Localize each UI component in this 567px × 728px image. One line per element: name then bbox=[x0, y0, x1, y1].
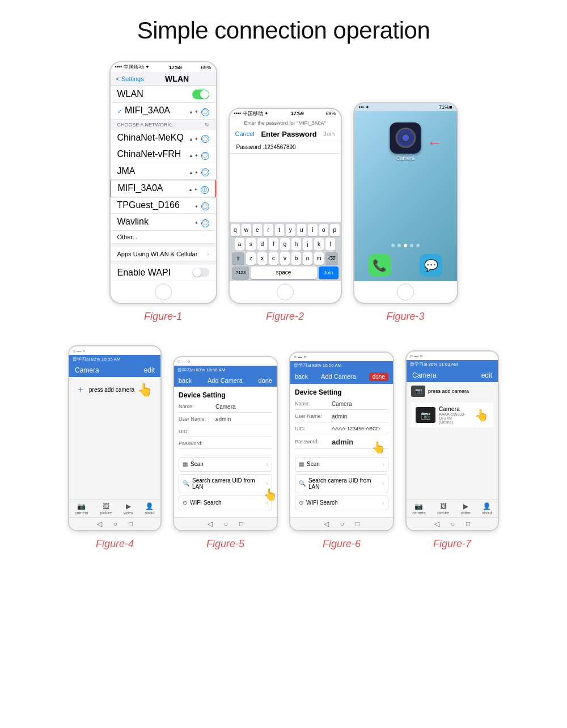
key-v[interactable]: v bbox=[280, 252, 290, 265]
fig5-back-btn[interactable]: back bbox=[179, 377, 192, 384]
fig3-dock: 📞 💬 bbox=[354, 254, 457, 277]
fig7-tab-video[interactable]: ▶ video bbox=[461, 502, 471, 515]
fig1-network-2[interactable]: JMA ▲ ✦ ⓘ bbox=[111, 163, 216, 180]
fig5-search-option[interactable]: 🔍 Search camera UID from LAN › 👆 bbox=[179, 474, 272, 493]
fig1-home-button[interactable] bbox=[155, 283, 172, 300]
fig4-tab-video[interactable]: ▶ video bbox=[124, 502, 133, 515]
fig4-tab-camera[interactable]: 📷 camera bbox=[75, 502, 88, 515]
fig4-back-btn[interactable]: ◁ bbox=[97, 520, 102, 528]
key-q[interactable]: q bbox=[231, 224, 240, 236]
fig7-camera-item[interactable]: 📷 Camera AAAA-199333-DF27M (Online) 👆 bbox=[411, 403, 493, 428]
fig4-add-icon[interactable]: ＋ bbox=[75, 384, 86, 396]
fig3-home-button[interactable] bbox=[397, 283, 414, 300]
key-l[interactable]: l bbox=[325, 238, 335, 251]
key-h[interactable]: h bbox=[291, 238, 301, 251]
fig6-square-nav-btn[interactable]: □ bbox=[356, 520, 359, 528]
fig1-apps-row[interactable]: Apps Using WLAN & Cellular › bbox=[111, 247, 216, 261]
key-d[interactable]: d bbox=[257, 238, 267, 251]
fig7-tab-picture[interactable]: 🖼 picture bbox=[437, 502, 449, 515]
fig3-label: Figure-3 bbox=[386, 311, 424, 323]
fig1-enable-wapi[interactable]: Enable WAPI bbox=[111, 265, 216, 281]
figure-2-phone: •••• 中国移动 ✦ 17:59 69% Enter the password… bbox=[229, 108, 342, 304]
fig4-home-btn[interactable]: ○ bbox=[113, 520, 117, 528]
key-e[interactable]: e bbox=[253, 224, 263, 236]
key-i[interactable]: i bbox=[308, 224, 318, 236]
fig7-edit-btn[interactable]: edit bbox=[481, 371, 492, 379]
fig7-tab-camera[interactable]: 📷 camera bbox=[412, 502, 425, 515]
fig6-scan-option[interactable]: ▦ Scan › bbox=[295, 457, 388, 472]
fig2-join-btn[interactable]: Join bbox=[323, 130, 335, 137]
fig5-wifi-option[interactable]: ⊙ WIFI Search › bbox=[179, 496, 272, 510]
fig7-square-nav-btn[interactable]: □ bbox=[466, 520, 470, 528]
key-p[interactable]: p bbox=[330, 224, 340, 236]
key-m[interactable]: m bbox=[314, 252, 324, 265]
fig3-phone-icon[interactable]: 📞 bbox=[369, 254, 391, 277]
fig7-status-bar: 曾学习al 86% 11:03 AM bbox=[407, 360, 498, 369]
fig1-network-0[interactable]: ChinaNet-MeKQ ▲ ✦ ⓘ bbox=[111, 130, 216, 147]
fig5-square-nav-btn[interactable]: □ bbox=[239, 520, 243, 528]
fig5-home-nav-btn[interactable]: ○ bbox=[224, 520, 228, 528]
fig1-back-btn[interactable]: < Settings bbox=[116, 75, 144, 82]
key-t[interactable]: t bbox=[275, 224, 285, 236]
key-x[interactable]: x bbox=[257, 252, 267, 265]
fig1-mifi-connected[interactable]: ✓ MIFI_3A0A ▲ ✦ ⓘ bbox=[111, 103, 216, 120]
key-delete[interactable]: ⌫ bbox=[325, 252, 338, 265]
fig6-home-nav-btn[interactable]: ○ bbox=[340, 520, 344, 528]
key-w[interactable]: w bbox=[242, 224, 251, 236]
fig5-back-nav-btn[interactable]: ◁ bbox=[208, 520, 213, 528]
fig6-search-option[interactable]: 🔍 Search camera UID from LAN › bbox=[295, 474, 388, 493]
fig6-done-btn[interactable]: done bbox=[369, 373, 388, 381]
fig4-edit-btn[interactable]: edit bbox=[144, 366, 155, 374]
fig1-network-1[interactable]: ChinaNet-vFRH ▲ ✦ ⓘ bbox=[111, 146, 216, 163]
fig4-tab-about[interactable]: 👤 about bbox=[145, 502, 155, 515]
fig4-tab-picture[interactable]: 🖼 picture bbox=[100, 502, 112, 515]
fig3-messages-icon[interactable]: 💬 bbox=[420, 254, 442, 277]
kb-row-3: ⇧ z x c v b n m ⌫ bbox=[231, 252, 340, 265]
key-g[interactable]: g bbox=[280, 238, 290, 251]
key-join[interactable]: Join bbox=[319, 266, 338, 279]
key-f[interactable]: f bbox=[269, 238, 278, 251]
fig2-time: 17:59 bbox=[291, 111, 304, 116]
key-space[interactable]: space bbox=[251, 266, 317, 279]
fig1-wlan-toggle[interactable] bbox=[192, 90, 209, 99]
key-b[interactable]: b bbox=[291, 252, 301, 265]
key-u[interactable]: u bbox=[297, 224, 307, 236]
fig2-enter-password-title: Enter Password bbox=[261, 130, 316, 138]
fig5-scan-option[interactable]: ▦ Scan › bbox=[179, 457, 272, 472]
fig1-network-4[interactable]: Wavlink ✦ ⓘ bbox=[111, 214, 216, 231]
fig6-back-btn[interactable]: back bbox=[295, 373, 308, 380]
fig7-tab-about[interactable]: 👤 about bbox=[482, 502, 492, 515]
key-r[interactable]: r bbox=[264, 224, 273, 236]
fig6-back-nav-btn[interactable]: ◁ bbox=[324, 520, 329, 528]
fig6-wifi-option[interactable]: ⊙ WIFI Search › bbox=[295, 496, 388, 510]
key-numbers[interactable]: .?123 bbox=[232, 266, 249, 279]
fig7-back-nav-btn[interactable]: ◁ bbox=[434, 520, 439, 528]
fig7-add-thumb[interactable]: 📷 bbox=[411, 386, 425, 397]
key-c[interactable]: c bbox=[269, 252, 278, 265]
fig1-network-mifi[interactable]: MIFI_3A0A ▲ ✦ ⓘ bbox=[111, 180, 216, 197]
fig2-cancel-btn[interactable]: Cancel bbox=[235, 130, 255, 137]
fig5-search-label: Search camera UID from LAN bbox=[192, 477, 266, 490]
fig1-wapi-toggle[interactable] bbox=[192, 268, 209, 277]
fig3-camera-app[interactable]: Camera bbox=[390, 122, 421, 161]
fig4-square-btn[interactable]: □ bbox=[129, 520, 133, 528]
key-j[interactable]: j bbox=[303, 238, 312, 251]
fig6-section-title: Device Setting bbox=[295, 388, 388, 396]
fig7-home-nav-btn[interactable]: ○ bbox=[451, 520, 455, 528]
key-o[interactable]: o bbox=[319, 224, 329, 236]
key-y[interactable]: y bbox=[286, 224, 295, 236]
fig1-network-3[interactable]: TPGuest_D166 ✦ ⓘ bbox=[111, 197, 216, 214]
key-a[interactable]: a bbox=[235, 238, 244, 251]
key-k[interactable]: k bbox=[314, 238, 324, 251]
fig5-done-btn[interactable]: done bbox=[259, 377, 272, 384]
key-s[interactable]: s bbox=[246, 238, 256, 251]
fig5-section-title: Device Setting bbox=[179, 391, 272, 399]
fig1-other[interactable]: Other... bbox=[111, 231, 216, 244]
key-shift[interactable]: ⇧ bbox=[232, 252, 244, 265]
fig2-home-button[interactable] bbox=[277, 283, 294, 300]
key-n[interactable]: n bbox=[303, 252, 312, 265]
key-z[interactable]: z bbox=[246, 252, 256, 265]
fig4-label: Figure-4 bbox=[96, 538, 134, 550]
fig7-camera-info: Camera AAAA-199333-DF27M (Online) bbox=[439, 406, 471, 424]
fig5-username-label: User Name: bbox=[179, 416, 215, 422]
